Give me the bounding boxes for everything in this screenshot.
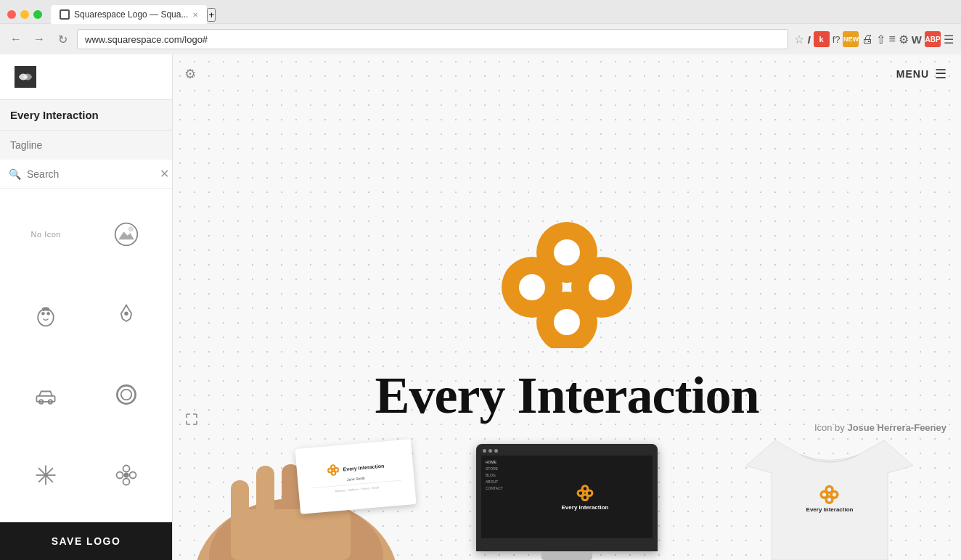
logo-text-display: Every Interaction <box>375 366 759 426</box>
svg-point-56 <box>589 274 615 300</box>
browser-extensions: ☆ I k f? NEW 🖨 ⇧ ≡ ⚙ W ABP <box>794 31 954 47</box>
search-icon: 🔍 <box>9 168 21 180</box>
attribution-link[interactable]: Josue Herrera-Feeney <box>847 422 946 433</box>
attribution: Icon by Josue Herrera-Feeney <box>814 422 946 433</box>
tab-favicon <box>60 9 70 20</box>
svg-point-4 <box>38 309 54 326</box>
icon-cell-japan[interactable] <box>86 275 167 355</box>
monitor-logo-text: Every Interaction <box>562 504 609 511</box>
tshirt-logo-text: Every Interaction <box>806 506 854 513</box>
svg-point-17 <box>44 473 48 477</box>
minimize-dot[interactable] <box>20 10 29 19</box>
biz-card-name: Every Interaction <box>343 463 384 472</box>
svg-point-22 <box>129 472 136 478</box>
browser-menu[interactable]: ☰ <box>944 33 954 46</box>
main-canvas: ⚙ MENU ☰ <box>173 54 961 560</box>
svg-point-6 <box>47 312 51 316</box>
print-extension[interactable]: 🖨 <box>862 33 873 46</box>
bookmark-ext[interactable]: ⇧ <box>876 33 886 46</box>
snowflake-icon <box>33 462 59 488</box>
address-bar[interactable]: www.squarespace.com/logo# <box>77 29 788 49</box>
tshirt-logo-overlay: Every Interaction <box>806 484 854 513</box>
svg-point-90 <box>827 498 831 501</box>
svg-point-54 <box>519 274 545 300</box>
url-text: www.squarespace.com/logo# <box>85 34 208 45</box>
menu-label: MENU <box>896 68 929 80</box>
new-tab-button[interactable]: + <box>207 8 216 22</box>
flower2-icon <box>113 462 139 488</box>
logo-icon-svg <box>487 218 647 348</box>
business-card-mockup: Every Interaction Jane Smith Address · A… <box>173 437 435 560</box>
abp-ext[interactable]: ABP <box>925 31 941 47</box>
icon-cell-landscape[interactable] <box>86 194 167 275</box>
menu-icon[interactable]: ☰ <box>935 66 946 82</box>
sidebar: 🔍 ✕ No Icon <box>0 54 173 560</box>
monitor-stand <box>541 551 592 560</box>
svg-point-3 <box>128 226 133 231</box>
refresh-button[interactable]: ↻ <box>54 30 71 48</box>
new-extension[interactable]: NEW <box>843 31 859 47</box>
svg-point-80 <box>588 491 592 495</box>
browser-nav-bar: ← → ↻ www.squarespace.com/logo# ☆ I k f?… <box>0 23 961 54</box>
squarespace-logo <box>15 66 36 88</box>
bookmark-icon[interactable]: ☆ <box>794 33 804 46</box>
landscape-icon <box>113 221 139 247</box>
mockup-strip: Every Interaction Jane Smith Address · A… <box>173 437 961 560</box>
font-extension[interactable]: f? <box>833 34 841 45</box>
svg-point-84 <box>827 487 831 491</box>
close-dot[interactable] <box>7 10 16 19</box>
expand-button[interactable] <box>184 412 199 429</box>
sidebar-logo-area <box>0 54 172 100</box>
search-clear-icon[interactable]: ✕ <box>160 167 169 181</box>
monitor-nav-sidebar: HOME STORE BLOG ABOUT CONTACT <box>481 456 518 538</box>
logo-icon <box>487 218 647 351</box>
icon-cell-flower[interactable] <box>6 515 86 522</box>
svg-point-11 <box>117 386 135 404</box>
browser-tab[interactable]: Squarespace Logo — Squa... ✕ <box>51 5 207 24</box>
icon-cell-ring[interactable] <box>86 355 167 435</box>
save-logo-button[interactable]: SAVE LOGO <box>0 522 172 560</box>
svg-point-86 <box>822 493 826 496</box>
icon-cell-flower2[interactable] <box>86 435 167 516</box>
ring-icon <box>113 382 139 408</box>
monitor-logo-icon <box>575 484 595 501</box>
monitor-screen: HOME STORE BLOG ABOUT CONTACT <box>481 456 653 538</box>
tagline-input[interactable] <box>0 131 172 160</box>
icon-cell-building[interactable] <box>86 515 167 522</box>
computer-mockup: HOME STORE BLOG ABOUT CONTACT <box>435 437 698 560</box>
icon-grid: No Icon <box>0 189 172 522</box>
no-icon-cell[interactable]: No Icon <box>6 194 86 275</box>
settings-gear-button[interactable]: ⚙ <box>184 66 196 82</box>
search-input[interactable] <box>27 168 154 180</box>
totoro-icon <box>33 302 59 328</box>
business-card: Every Interaction Jane Smith Address · A… <box>295 439 416 514</box>
icon-cell-snowflake[interactable] <box>6 435 86 516</box>
svg-point-19 <box>123 465 129 472</box>
svg-point-78 <box>579 491 583 495</box>
biz-card-logo-icon <box>325 464 340 477</box>
search-bar: 🔍 ✕ <box>0 160 172 189</box>
tab-close[interactable]: ✕ <box>192 11 198 19</box>
monitor-logo-display: Every Interaction <box>518 456 653 538</box>
reader-icon[interactable]: I <box>807 33 810 46</box>
karma-extension[interactable]: k <box>814 31 830 47</box>
svg-point-20 <box>123 478 129 485</box>
forward-button[interactable]: → <box>30 30 48 48</box>
settings-ext[interactable]: ⚙ <box>899 33 909 46</box>
tagline-field[interactable] <box>0 131 172 160</box>
svg-point-88 <box>833 493 836 496</box>
w-ext[interactable]: W <box>912 33 922 46</box>
tshirt-logo-icon <box>818 484 841 504</box>
maximize-dot[interactable] <box>33 10 42 19</box>
biz-card-person: Jane Smith <box>347 476 365 482</box>
car-icon <box>33 382 59 408</box>
tab-title: Squarespace Logo — Squa... <box>74 9 188 20</box>
brand-name-input[interactable] <box>0 100 172 131</box>
layers-ext[interactable]: ≡ <box>888 33 895 46</box>
svg-point-52 <box>554 239 580 265</box>
brand-name-field[interactable] <box>0 100 172 131</box>
svg-point-12 <box>121 390 131 400</box>
back-button[interactable]: ← <box>7 30 25 48</box>
icon-cell-totoro[interactable] <box>6 275 86 355</box>
icon-cell-car[interactable] <box>6 355 86 435</box>
